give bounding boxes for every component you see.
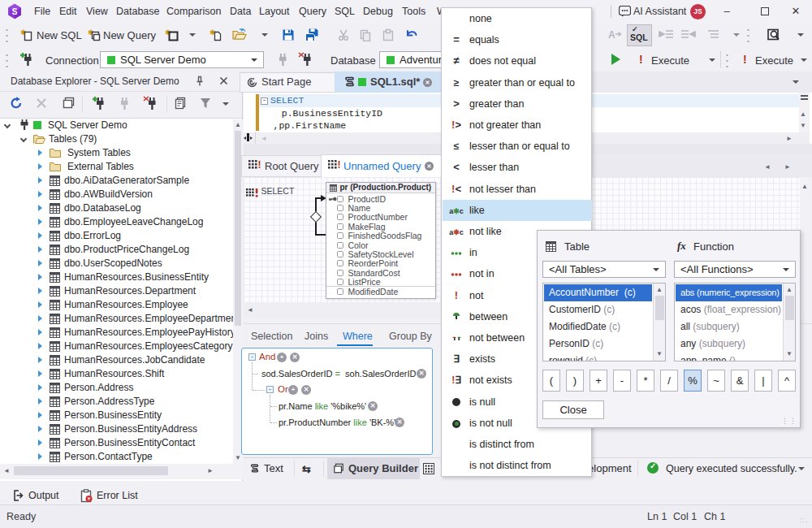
svg-text:A: A: [608, 29, 615, 41]
svg-text:S: S: [12, 7, 18, 16]
svg-text:1: 1: [251, 80, 254, 86]
svg-text:!: !: [338, 160, 341, 171]
svg-text:!: !: [258, 160, 261, 171]
